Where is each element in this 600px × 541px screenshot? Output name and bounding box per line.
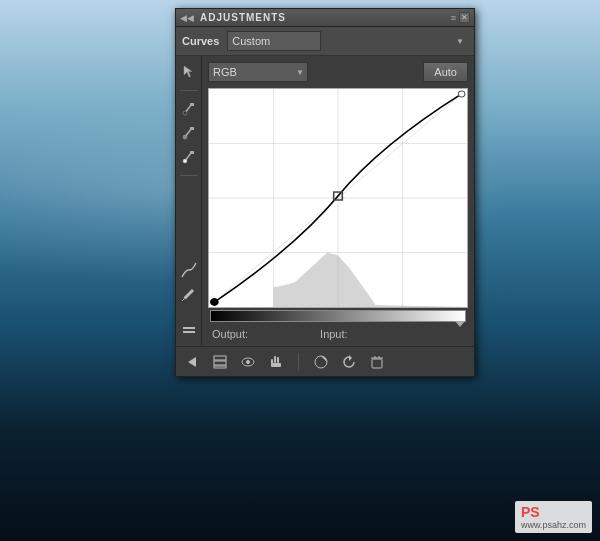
back-arrow-tool[interactable] <box>182 352 202 372</box>
svg-marker-33 <box>349 355 352 361</box>
pointer-tool[interactable] <box>179 62 199 82</box>
layer-tool[interactable] <box>210 352 230 372</box>
curves-label: Curves <box>182 35 219 47</box>
panel-title: ADJUSTMENTS <box>200 12 286 23</box>
svg-line-9 <box>182 299 184 301</box>
layer-comp-tool[interactable] <box>179 320 199 340</box>
svg-rect-11 <box>183 331 195 333</box>
svg-rect-25 <box>214 366 226 368</box>
svg-rect-8 <box>190 151 194 154</box>
svg-rect-23 <box>214 356 226 360</box>
left-toolbar <box>176 56 202 346</box>
panel-menu-icon[interactable]: ≡ <box>451 13 456 23</box>
slider-row <box>208 310 468 322</box>
channel-select-wrapper: RGB Red Green Blue ▼ <box>208 62 308 82</box>
svg-point-21 <box>458 91 464 97</box>
svg-point-7 <box>183 159 187 163</box>
eyedropper-white-tool[interactable] <box>179 147 199 167</box>
close-button[interactable]: ✕ <box>459 12 470 23</box>
svg-marker-22 <box>188 357 196 367</box>
adjustments-panel: ◀◀ ADJUSTMENTS ≡ ✕ Curves Custom Default… <box>175 8 475 377</box>
svg-point-4 <box>183 135 187 139</box>
watermark: PS www.psahz.com <box>515 501 592 533</box>
output-input-row: Output: Input: <box>208 328 468 340</box>
svg-rect-29 <box>277 357 279 363</box>
svg-rect-5 <box>190 127 194 130</box>
curves-header: Curves Custom Default Strong Contrast Li… <box>176 27 474 56</box>
channel-select[interactable]: RGB Red Green Blue <box>208 62 308 82</box>
svg-point-20 <box>210 298 219 306</box>
output-label: Output: <box>212 328 248 340</box>
eye-tool[interactable] <box>238 352 258 372</box>
slider-triangle <box>455 321 465 327</box>
mask-tool[interactable] <box>311 352 331 372</box>
channel-row: RGB Red Green Blue ▼ Auto <box>208 62 468 82</box>
svg-rect-31 <box>271 363 281 367</box>
eyedropper-gray-tool[interactable] <box>179 123 199 143</box>
auto-button[interactable]: Auto <box>423 62 468 82</box>
watermark-site: www.psahz.com <box>521 520 586 530</box>
tool-separator-1 <box>180 90 198 91</box>
hand-tool[interactable] <box>266 352 286 372</box>
preset-select[interactable]: Custom Default Strong Contrast Linear Co… <box>227 31 321 51</box>
watermark-ps: PS <box>521 504 540 520</box>
curves-graph[interactable] <box>208 88 468 308</box>
svg-rect-28 <box>274 356 276 363</box>
title-bar: ◀◀ ADJUSTMENTS ≡ ✕ <box>176 9 474 27</box>
svg-rect-2 <box>190 103 194 106</box>
refresh-tool[interactable] <box>339 352 359 372</box>
collapse-arrows[interactable]: ◀◀ <box>180 13 194 23</box>
bottom-toolbar <box>176 346 474 376</box>
input-label: Input: <box>320 328 348 340</box>
main-content: RGB Red Green Blue ▼ Auto <box>176 56 474 346</box>
graph-panel: RGB Red Green Blue ▼ Auto <box>202 56 474 346</box>
eyedropper-black-tool[interactable] <box>179 99 199 119</box>
svg-point-27 <box>246 360 250 364</box>
svg-rect-24 <box>214 361 226 365</box>
delete-tool[interactable] <box>367 352 387 372</box>
tool-separator-2 <box>180 175 198 176</box>
curve-tool[interactable] <box>179 260 199 280</box>
preset-select-arrow: ▼ <box>456 37 464 46</box>
gradient-slider[interactable] <box>210 310 466 322</box>
preset-select-wrapper: Custom Default Strong Contrast Linear Co… <box>227 31 468 51</box>
svg-point-1 <box>183 111 187 115</box>
toolbar-separator <box>298 353 299 371</box>
pencil-tool[interactable] <box>179 284 199 304</box>
title-controls: ≡ ✕ <box>451 12 470 23</box>
svg-rect-34 <box>372 359 382 368</box>
svg-rect-10 <box>183 327 195 329</box>
